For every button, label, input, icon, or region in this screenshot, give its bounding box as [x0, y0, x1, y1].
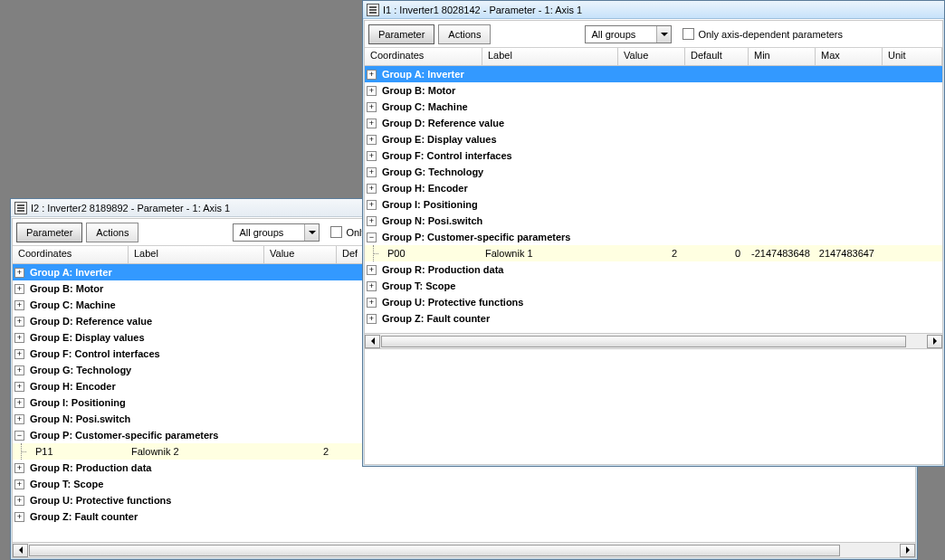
tree-branch-icon	[368, 245, 378, 261]
tree-group-t[interactable]: +Group T: Scope	[365, 278, 942, 294]
expander-icon[interactable]: +	[14, 463, 24, 473]
tree-branch-icon	[16, 443, 26, 460]
expander-icon[interactable]: +	[367, 135, 377, 145]
tree-group-d[interactable]: +Group D: Reference value	[365, 115, 942, 131]
col-label[interactable]: Label	[129, 246, 264, 263]
expander-icon[interactable]: +	[14, 284, 24, 294]
tree-group-z[interactable]: +Group Z: Fault counter	[365, 310, 942, 327]
window-content: Parameter Actions All groups Only axis-d…	[364, 20, 943, 465]
tree-body: +Group A: Inverter +Group B: Motor +Grou…	[365, 66, 942, 333]
tree-group-b[interactable]: +Group B: Motor	[365, 82, 942, 99]
param-default: 0	[682, 248, 746, 259]
expander-icon[interactable]: +	[14, 349, 24, 359]
actions-tab[interactable]: Actions	[86, 223, 138, 242]
chevron-down-icon[interactable]	[656, 26, 671, 43]
expander-icon[interactable]: +	[367, 184, 377, 194]
param-coord: P00	[382, 248, 480, 259]
expander-icon[interactable]: +	[367, 314, 377, 324]
param-coord: P11	[30, 446, 126, 457]
expander-icon[interactable]: −	[14, 431, 24, 441]
col-label[interactable]: Label	[482, 48, 618, 65]
tree-group-e[interactable]: +Group E: Display values	[365, 131, 942, 147]
tree-group-z[interactable]: +Group Z: Fault counter	[13, 508, 915, 525]
expander-icon[interactable]: +	[14, 479, 24, 489]
expander-icon[interactable]: +	[14, 398, 24, 408]
scroll-left-button[interactable]	[365, 335, 380, 348]
scroll-right-button[interactable]	[927, 335, 942, 348]
scroll-thumb[interactable]	[381, 336, 906, 347]
col-unit[interactable]: Unit	[883, 48, 942, 65]
tree-group-a[interactable]: +Group A: Inverter	[365, 66, 942, 82]
window-icon	[367, 4, 379, 16]
tree-group-c[interactable]: +Group C: Machine	[365, 99, 942, 115]
scroll-track[interactable]	[380, 335, 927, 348]
window-title: I1 : Inverter1 8028142 - Parameter - 1: …	[383, 5, 589, 15]
scroll-thumb[interactable]	[29, 545, 840, 556]
expander-icon[interactable]: +	[367, 200, 377, 210]
expander-icon[interactable]: +	[14, 365, 24, 375]
expander-icon[interactable]: +	[367, 216, 377, 226]
col-coordinates[interactable]: Coordinates	[13, 246, 129, 263]
param-value: 2	[616, 248, 682, 259]
expander-icon[interactable]: +	[14, 317, 24, 327]
column-headers: Coordinates Label Value Default Min Max …	[365, 48, 942, 66]
param-row-p00[interactable]: P00 Falownik 1 2 0 -2147483648 214748364…	[365, 245, 942, 261]
expander-icon[interactable]: +	[367, 151, 377, 161]
expander-icon[interactable]: +	[367, 102, 377, 112]
parameter-tab[interactable]: Parameter	[16, 223, 82, 242]
expander-icon[interactable]: +	[14, 333, 24, 343]
expander-icon[interactable]: +	[14, 414, 24, 424]
expander-icon[interactable]: +	[14, 382, 24, 392]
tree-group-i[interactable]: +Group I: Positioning	[365, 196, 942, 213]
titlebar[interactable]: I1 : Inverter1 8028142 - Parameter - 1: …	[363, 1, 944, 19]
tree-group-p[interactable]: −Group P: Customer-specific parameters	[365, 229, 942, 245]
actions-tab[interactable]: Actions	[438, 24, 491, 44]
expander-icon[interactable]: +	[14, 496, 24, 506]
param-min: -2147483648	[746, 248, 813, 259]
axis-dependent-checkbox[interactable]	[682, 28, 694, 40]
expander-icon[interactable]: +	[367, 281, 377, 291]
horizontal-scrollbar[interactable]	[13, 542, 915, 557]
combo-value: All groups	[234, 227, 304, 238]
tree-group-u[interactable]: +Group U: Protective functions	[365, 294, 942, 310]
expander-icon[interactable]: +	[367, 167, 377, 177]
scroll-right-button[interactable]	[900, 544, 915, 557]
tree-group-t[interactable]: +Group T: Scope	[13, 476, 915, 492]
col-value[interactable]: Value	[618, 48, 685, 65]
horizontal-scrollbar[interactable]	[365, 333, 942, 348]
window-title: I2 : Inverter2 8189892 - Parameter - 1: …	[31, 203, 237, 214]
tree-group-h[interactable]: +Group H: Encoder	[365, 180, 942, 196]
col-max[interactable]: Max	[816, 48, 883, 65]
expander-icon[interactable]: +	[367, 298, 377, 308]
scroll-track[interactable]	[28, 544, 900, 557]
expander-icon[interactable]: +	[367, 265, 377, 275]
expander-icon[interactable]: +	[14, 268, 24, 278]
scroll-left-button[interactable]	[13, 544, 28, 557]
col-coordinates[interactable]: Coordinates	[365, 48, 482, 65]
expander-icon[interactable]: +	[367, 119, 377, 128]
chevron-down-icon[interactable]	[304, 224, 319, 241]
axis-dependent-label: Only axis-dependent parameters	[698, 29, 843, 40]
tree-group-f[interactable]: +Group F: Control interfaces	[365, 147, 942, 164]
expander-icon[interactable]: +	[367, 86, 377, 96]
tree-group-r[interactable]: +Group R: Production data	[365, 261, 942, 278]
window-inverter1: I1 : Inverter1 8028142 - Parameter - 1: …	[362, 0, 945, 467]
expander-icon[interactable]: −	[367, 233, 377, 242]
expander-icon[interactable]: +	[14, 512, 24, 522]
tree-group-g[interactable]: +Group G: Technology	[365, 164, 942, 180]
col-default[interactable]: Default	[685, 48, 749, 65]
tree-group-u[interactable]: +Group U: Protective functions	[13, 492, 915, 508]
combo-value: All groups	[586, 29, 656, 40]
window-icon	[14, 202, 27, 214]
tree-group-n[interactable]: +Group N: Posi.switch	[365, 213, 942, 229]
param-label: Falownik 2	[126, 446, 262, 457]
col-min[interactable]: Min	[749, 48, 816, 65]
parameter-tab[interactable]: Parameter	[368, 24, 434, 44]
param-max: 2147483647	[813, 248, 880, 259]
group-filter-combo[interactable]: All groups	[585, 25, 672, 43]
expander-icon[interactable]: +	[14, 300, 24, 310]
col-value[interactable]: Value	[264, 246, 337, 263]
expander-icon[interactable]: +	[367, 70, 377, 80]
group-filter-combo[interactable]: All groups	[233, 223, 320, 242]
axis-dependent-checkbox[interactable]	[330, 226, 342, 238]
